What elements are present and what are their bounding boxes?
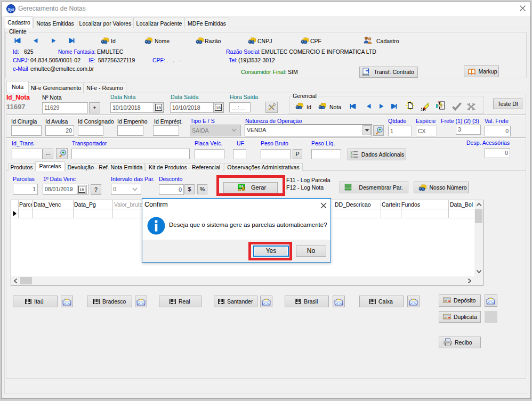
svg-text:Sys: Sys <box>7 7 14 12</box>
